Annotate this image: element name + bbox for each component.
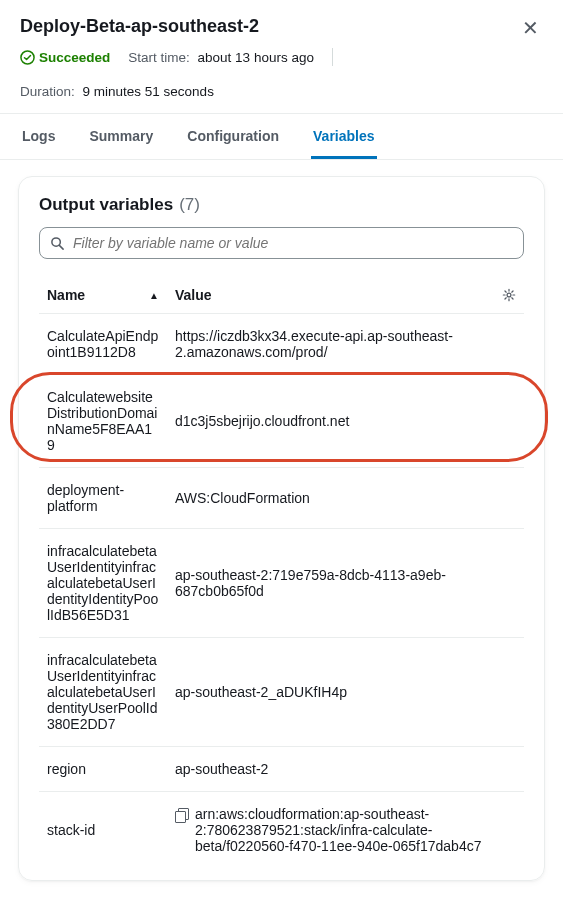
table-row: stack-idarn:aws:cloudformation:ap-southe… <box>39 792 524 869</box>
svg-point-3 <box>507 293 511 297</box>
variable-name: CalculatewebsiteDistributionDomainName5F… <box>39 375 167 468</box>
table-row: CalculatewebsiteDistributionDomainName5F… <box>39 375 524 468</box>
col-header-value[interactable]: Value <box>167 277 524 314</box>
variables-table: Name ▲ Value CalculateApiEndpoint1B9112D… <box>39 277 524 868</box>
variable-name: deployment-platform <box>39 468 167 529</box>
status-text: Succeeded <box>39 50 110 65</box>
tabs: Logs Summary Configuration Variables <box>0 114 563 160</box>
variable-name: infracalculatebetaUserIdentityinfracalcu… <box>39 638 167 747</box>
sort-asc-icon[interactable]: ▲ <box>149 290 159 301</box>
table-row: regionap-southeast-2 <box>39 747 524 792</box>
start-time: Start time: about 13 hours ago <box>128 50 314 65</box>
table-row: infracalculatebetaUserIdentityinfracalcu… <box>39 638 524 747</box>
svg-line-2 <box>59 245 63 249</box>
tab-variables[interactable]: Variables <box>311 114 377 159</box>
success-icon <box>20 50 35 65</box>
table-row: deployment-platformAWS:CloudFormation <box>39 468 524 529</box>
card-title: Output variables (7) <box>39 195 200 215</box>
variable-value: ap-southeast-2 <box>167 747 524 792</box>
variable-value: ap-southeast-2_aDUKfIH4p <box>167 638 524 747</box>
variable-name: infracalculatebetaUserIdentityinfracalcu… <box>39 529 167 638</box>
variable-value: ap-southeast-2:719e759a-8dcb-4113-a9eb-6… <box>167 529 524 638</box>
table-row: CalculateApiEndpoint1B9112D8https://iczd… <box>39 314 524 375</box>
table-row: infracalculatebetaUserIdentityinfracalcu… <box>39 529 524 638</box>
gear-icon[interactable] <box>502 288 516 302</box>
variable-name: stack-id <box>39 792 167 869</box>
output-variables-card: Output variables (7) Name ▲ V <box>18 176 545 881</box>
status-badge: Succeeded <box>20 50 110 65</box>
variable-name: CalculateApiEndpoint1B9112D8 <box>39 314 167 375</box>
variable-count: (7) <box>179 195 200 215</box>
copy-icon[interactable] <box>175 808 189 822</box>
tab-logs[interactable]: Logs <box>20 114 57 159</box>
variable-name: region <box>39 747 167 792</box>
tab-summary[interactable]: Summary <box>87 114 155 159</box>
duration: Duration: 9 minutes 51 seconds <box>20 84 214 99</box>
panel-header: Deploy-Beta-ap-southeast-2 ✕ Succeeded S… <box>0 0 563 99</box>
tab-configuration[interactable]: Configuration <box>185 114 281 159</box>
variable-value: d1c3j5sbejrijo.cloudfront.net <box>167 375 524 468</box>
variable-value: arn:aws:cloudformation:ap-southeast-2:78… <box>167 792 524 869</box>
page-title: Deploy-Beta-ap-southeast-2 <box>20 16 259 37</box>
filter-input[interactable] <box>73 235 513 251</box>
col-header-name[interactable]: Name ▲ <box>39 277 167 314</box>
variable-value: AWS:CloudFormation <box>167 468 524 529</box>
search-icon <box>50 236 65 251</box>
filter-box[interactable] <box>39 227 524 259</box>
variable-value: https://iczdb3kx34.execute-api.ap-southe… <box>167 314 524 375</box>
separator <box>332 48 333 66</box>
close-icon[interactable]: ✕ <box>518 16 543 40</box>
